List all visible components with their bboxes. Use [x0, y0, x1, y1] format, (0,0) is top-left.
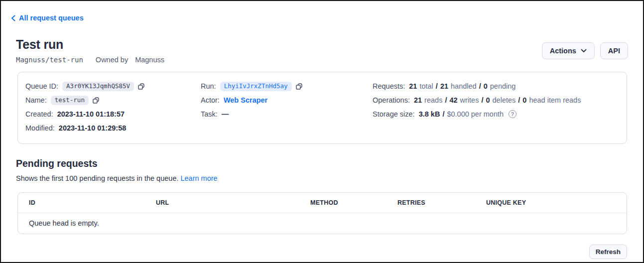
copy-name-button[interactable] — [92, 97, 100, 104]
requests-row: Requests: 21 total / 21 handled / 0 pend… — [373, 82, 619, 91]
actions-button[interactable]: Actions — [542, 42, 595, 59]
operations-deletes-value: 0 — [486, 96, 490, 104]
task-row: Task: — — [201, 110, 373, 119]
page-header: Test run Magnuss/test-run Owned by Magnu… — [16, 37, 628, 64]
column-header-method: METHOD — [310, 199, 397, 207]
separator: / — [442, 110, 444, 118]
actions-button-label: Actions — [550, 47, 576, 55]
separator: / — [445, 96, 447, 104]
title-block: Test run Magnuss/test-run Owned by Magnu… — [16, 37, 164, 64]
copy-icon — [295, 83, 303, 90]
operations-label: Operations: — [373, 96, 410, 104]
copy-run-id-button[interactable] — [295, 83, 303, 90]
operations-deletes-unit: deletes — [493, 96, 516, 104]
task-label: Task: — [201, 110, 218, 118]
api-button[interactable]: API — [600, 42, 628, 59]
copy-icon — [92, 97, 100, 104]
table-empty-message: Queue head is empty. — [18, 213, 627, 234]
info-column-origin: Run: LhyiIvJrxZTnHd5ay Actor: Web Scrape… — [201, 82, 373, 132]
chevron-left-icon — [11, 15, 15, 21]
queue-id-row: Queue ID: A3r0YK13JqmhQS85V — [25, 82, 201, 91]
owner-name: Magnuss — [135, 56, 164, 64]
subtitle-text: Shows the first 100 pending requests in … — [16, 174, 178, 182]
page-title: Test run — [16, 37, 164, 51]
column-header-retries: RETRIES — [397, 199, 486, 207]
pending-requests-subtitle: Shows the first 100 pending requests in … — [16, 174, 628, 183]
queue-id-label: Queue ID: — [25, 82, 58, 90]
table-header-row: ID URL METHOD RETRIES UNIQUE KEY — [18, 193, 627, 213]
column-header-id: ID — [29, 199, 156, 207]
pending-requests-table: ID URL METHOD RETRIES UNIQUE KEY Queue h… — [17, 192, 627, 234]
requests-handled-value: 21 — [440, 82, 448, 90]
storage-cost-value: $0.000 per month — [447, 110, 504, 118]
modified-row: Modified: 2023-11-10 01:29:58 — [25, 124, 201, 132]
storage-size-row: Storage size: 3.8 kB / $0.000 per month … — [373, 110, 619, 119]
refresh-button[interactable]: Refresh — [589, 245, 627, 259]
queue-id-badge: A3r0YK13JqmhQS85V — [62, 82, 134, 91]
subtitle-row: Magnuss/test-run Owned by Magnuss — [16, 55, 164, 64]
table-footer: Refresh — [1, 245, 627, 259]
modified-label: Modified: — [25, 124, 55, 132]
created-label: Created: — [25, 110, 53, 118]
separator: / — [518, 96, 520, 104]
operations-reads-unit: reads — [424, 96, 442, 104]
requests-total-unit: total — [419, 82, 433, 90]
separator: / — [479, 82, 481, 90]
name-row: Name: test-run — [25, 96, 201, 105]
requests-pending-unit: pending — [490, 82, 516, 90]
pending-requests-title: Pending requests — [16, 158, 628, 169]
created-value: 2023-11-10 01:18:57 — [57, 110, 125, 118]
copy-queue-id-button[interactable] — [137, 83, 145, 90]
owned-by-label: Owned by — [96, 56, 128, 64]
actor-label: Actor: — [201, 96, 220, 104]
operations-writes-unit: writes — [460, 96, 479, 104]
run-label: Run: — [201, 82, 216, 90]
queue-info-card: Queue ID: A3r0YK13JqmhQS85V Name: test-r… — [17, 72, 627, 144]
actor-link[interactable]: Web Scraper — [224, 96, 267, 104]
name-label: Name: — [25, 96, 47, 104]
task-value: — — [222, 110, 229, 118]
info-column-stats: Requests: 21 total / 21 handled / 0 pend… — [373, 82, 619, 132]
storage-size-label: Storage size: — [373, 110, 415, 118]
queue-path: Magnuss/test-run — [16, 56, 83, 64]
requests-total-value: 21 — [409, 82, 417, 90]
storage-size-value: 3.8 kB — [419, 110, 440, 118]
run-row: Run: LhyiIvJrxZTnHd5ay — [201, 82, 373, 91]
chevron-down-icon — [581, 49, 587, 53]
column-header-unique-key: UNIQUE KEY — [486, 199, 627, 207]
requests-handled-unit: handled — [451, 82, 477, 90]
separator: / — [481, 96, 483, 104]
requests-label: Requests: — [373, 82, 405, 90]
operations-writes-value: 42 — [449, 96, 457, 104]
actor-row: Actor: Web Scraper — [201, 96, 373, 105]
header-buttons: Actions API — [542, 42, 628, 59]
modified-value: 2023-11-10 01:29:58 — [59, 124, 126, 132]
request-queue-detail-page: All request queues Test run Magnuss/test… — [0, 0, 644, 263]
column-header-url: URL — [156, 199, 310, 207]
operations-head-item-reads-unit: head item reads — [529, 96, 581, 104]
operations-reads-value: 21 — [414, 96, 422, 104]
separator: / — [436, 82, 438, 90]
operations-head-item-reads-value: 0 — [522, 96, 526, 104]
learn-more-link[interactable]: Learn more — [180, 174, 217, 182]
help-icon[interactable]: ? — [509, 110, 516, 118]
info-column-identity: Queue ID: A3r0YK13JqmhQS85V Name: test-r… — [25, 82, 201, 132]
requests-pending-value: 0 — [484, 82, 488, 90]
back-link-label: All request queues — [19, 14, 84, 22]
run-id-badge[interactable]: LhyiIvJrxZTnHd5ay — [220, 82, 292, 91]
operations-row: Operations: 21 reads / 42 writes / 0 del… — [373, 96, 619, 105]
name-badge: test-run — [51, 96, 89, 105]
created-row: Created: 2023-11-10 01:18:57 — [25, 110, 201, 119]
back-link[interactable]: All request queues — [11, 14, 84, 22]
copy-icon — [137, 83, 145, 90]
